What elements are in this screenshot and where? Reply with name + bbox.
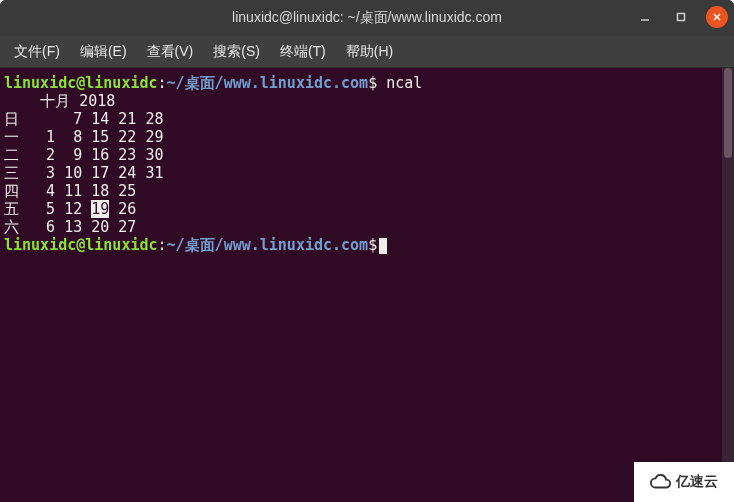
- calendar-row-mon: 一 1 8 15 22 29: [4, 128, 730, 146]
- cursor-block: [379, 238, 387, 254]
- today-highlight: 19: [91, 200, 109, 218]
- calendar-header: 十月 2018: [4, 92, 730, 110]
- prompt-at: @: [76, 236, 85, 254]
- prompt-host: linuxidc: [85, 74, 157, 92]
- day-before: 5 12: [19, 200, 91, 218]
- window-controls: [634, 6, 728, 28]
- menu-edit[interactable]: 编辑(E): [72, 39, 135, 65]
- close-button[interactable]: [706, 6, 728, 28]
- menu-help[interactable]: 帮助(H): [338, 39, 401, 65]
- scrollbar[interactable]: [722, 68, 734, 502]
- day-label: 二: [4, 146, 19, 164]
- watermark: 亿速云: [634, 462, 734, 502]
- menubar: 文件(F) 编辑(E) 查看(V) 搜索(S) 终端(T) 帮助(H): [0, 36, 734, 68]
- calendar-row-thu: 四 4 11 18 25: [4, 182, 730, 200]
- day-label: 四: [4, 182, 19, 200]
- prompt-at: @: [76, 74, 85, 92]
- menu-file[interactable]: 文件(F): [6, 39, 68, 65]
- day-cells: 2 9 16 23 30: [19, 146, 164, 164]
- day-cells: 4 11 18 25: [19, 182, 136, 200]
- menu-search[interactable]: 搜索(S): [205, 39, 268, 65]
- day-label: 六: [4, 218, 19, 236]
- terminal-body[interactable]: linuxidc@linuxidc:~/桌面/www.linuxidc.com$…: [0, 68, 734, 502]
- minimize-button[interactable]: [634, 6, 656, 28]
- prompt-dollar: $: [368, 74, 377, 92]
- day-label: 五: [4, 200, 19, 218]
- day-cells: 1 8 15 22 29: [19, 128, 164, 146]
- day-after: 26: [109, 200, 136, 218]
- day-label: 三: [4, 164, 19, 182]
- menu-terminal[interactable]: 终端(T): [272, 39, 334, 65]
- cloud-icon: [650, 471, 672, 493]
- day-cells: 7 14 21 28: [19, 110, 164, 128]
- menu-view[interactable]: 查看(V): [139, 39, 202, 65]
- prompt-colon: :: [158, 74, 167, 92]
- watermark-text: 亿速云: [676, 473, 718, 491]
- prompt-path: ~/桌面/www.linuxidc.com: [167, 236, 369, 254]
- calendar-row-tue: 二 2 9 16 23 30: [4, 146, 730, 164]
- prompt-user: linuxidc: [4, 74, 76, 92]
- prompt-line-2: linuxidc@linuxidc:~/桌面/www.linuxidc.com$: [4, 236, 730, 254]
- minimize-icon: [640, 12, 650, 22]
- terminal-window: linuxidc@linuxidc: ~/桌面/www.linuxidc.com…: [0, 0, 734, 502]
- maximize-button[interactable]: [670, 6, 692, 28]
- maximize-icon: [676, 12, 686, 22]
- titlebar: linuxidc@linuxidc: ~/桌面/www.linuxidc.com: [0, 0, 734, 36]
- svg-rect-1: [678, 14, 685, 21]
- calendar-row-wed: 三 3 10 17 24 31: [4, 164, 730, 182]
- prompt-host: linuxidc: [85, 236, 157, 254]
- scrollbar-thumb[interactable]: [724, 68, 732, 158]
- prompt-path: ~/桌面/www.linuxidc.com: [167, 74, 369, 92]
- calendar-row-sun: 日 7 14 21 28: [4, 110, 730, 128]
- prompt-user: linuxidc: [4, 236, 76, 254]
- window-title: linuxidc@linuxidc: ~/桌面/www.linuxidc.com: [0, 9, 734, 27]
- day-label: 一: [4, 128, 19, 146]
- close-icon: [712, 12, 722, 22]
- command-text: ncal: [377, 74, 422, 92]
- calendar-row-sat: 六 6 13 20 27: [4, 218, 730, 236]
- day-label: 日: [4, 110, 19, 128]
- prompt-colon: :: [158, 236, 167, 254]
- day-cells: 6 13 20 27: [19, 218, 136, 236]
- calendar-row-fri: 五 5 12 19 26: [4, 200, 730, 218]
- prompt-line-1: linuxidc@linuxidc:~/桌面/www.linuxidc.com$…: [4, 74, 730, 92]
- prompt-dollar: $: [368, 236, 377, 254]
- day-cells: 3 10 17 24 31: [19, 164, 164, 182]
